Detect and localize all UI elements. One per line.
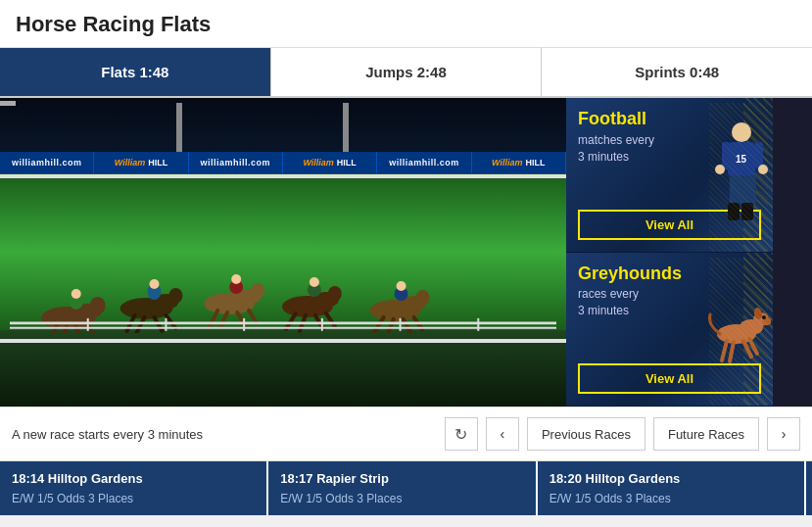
svg-point-58 — [715, 165, 725, 174]
svg-line-24 — [249, 311, 257, 323]
greyhound-svg — [702, 280, 771, 378]
svg-rect-56 — [722, 142, 730, 169]
svg-rect-61 — [743, 175, 756, 205]
football-ad: Football matches every 3 minutes 15 — [566, 98, 773, 253]
wh-seg-5: williamhill.com — [377, 152, 471, 173]
svg-line-22 — [219, 312, 227, 328]
prev-nav-button[interactable]: ‹ — [486, 417, 519, 451]
race-card-0-title: 18:14 Hilltop Gardens — [12, 471, 255, 486]
dark-lower — [0, 343, 566, 407]
football-player-image: 15 — [699, 98, 773, 252]
tab-flats[interactable]: Flats 1:48 — [0, 48, 271, 96]
race-card-0[interactable]: 18:14 Hilltop Gardens E/W 1/5 Odds 3 Pla… — [0, 461, 268, 515]
svg-point-53 — [732, 122, 751, 142]
floodlight-1 — [176, 103, 182, 152]
svg-rect-57 — [755, 142, 763, 169]
svg-point-26 — [231, 274, 241, 284]
greyhounds-ad-subtitle: races every 3 minutes — [578, 286, 761, 319]
race-area: williamhill.com WilliamHILL williamhill.… — [0, 98, 566, 407]
wh-banner-inner: williamhill.com WilliamHILL williamhill.… — [0, 152, 566, 173]
greyhound-image — [699, 253, 773, 407]
svg-rect-62 — [728, 203, 740, 220]
race-card-2-title: 18:20 Hilltop Gardens — [549, 471, 792, 486]
horses-row — [10, 245, 556, 333]
svg-point-67 — [762, 317, 771, 325]
svg-line-71 — [730, 342, 734, 361]
williamhill-banner: williamhill.com WilliamHILL williamhill.… — [0, 152, 566, 173]
svg-point-29 — [328, 286, 342, 302]
tabs-container: Flats 1:48 Jumps 2:48 Sprints 0:48 — [0, 48, 812, 98]
svg-line-70 — [722, 341, 727, 360]
tab-sprints[interactable]: Sprints 0:48 — [542, 48, 812, 96]
football-view-all-button[interactable]: View All — [578, 210, 761, 240]
svg-point-11 — [168, 288, 182, 304]
svg-line-73 — [749, 339, 757, 354]
svg-rect-54 — [728, 142, 755, 176]
football-ad-title: Football — [578, 110, 761, 129]
race-cards-container: 18:14 Hilltop Gardens E/W 1/5 Odds 3 Pla… — [0, 461, 812, 515]
greyhounds-ad: Greyhounds races every 3 minutes — [566, 253, 773, 407]
race-info-text: A new race starts every 3 minutes — [12, 427, 437, 442]
svg-point-64 — [717, 324, 756, 344]
bottom-bar: A new race starts every 3 minutes ↻ ‹ Pr… — [0, 407, 812, 461]
tab-jumps[interactable]: Jumps 2:48 — [271, 48, 543, 96]
svg-text:15: 15 — [736, 154, 747, 165]
svg-point-44 — [397, 281, 406, 291]
race-card-1[interactable]: 18:17 Rapier Strip E/W 1/5 Odds 3 Places — [268, 461, 537, 515]
future-races-button[interactable]: Future Races — [653, 417, 759, 451]
greyhounds-view-all-button[interactable]: View All — [578, 363, 761, 394]
main-content: williamhill.com WilliamHILL williamhill.… — [0, 98, 812, 407]
floodlight-head-2 — [0, 101, 16, 106]
svg-line-13 — [137, 317, 145, 333]
svg-rect-60 — [730, 175, 743, 205]
svg-point-2 — [90, 297, 106, 314]
svg-line-72 — [743, 341, 751, 357]
greyhounds-ad-highlight: Greyhounds — [578, 264, 682, 283]
svg-line-40 — [388, 319, 394, 333]
race-card-2[interactable]: 18:20 Hilltop Gardens E/W 1/5 Odds 3 Pla… — [538, 461, 806, 515]
refresh-icon: ↻ — [454, 425, 467, 444]
football-ad-subtitle: matches every 3 minutes — [578, 132, 761, 166]
wh-seg-4: WilliamHILL — [283, 152, 377, 173]
race-card-1-title: 18:17 Rapier Strip — [280, 471, 523, 486]
prev-chevron-icon: ‹ — [501, 426, 505, 442]
svg-point-35 — [310, 277, 319, 287]
svg-line-30 — [286, 313, 296, 329]
wh-seg-3: williamhill.com — [189, 152, 283, 173]
wh-seg-2: WilliamHILL — [94, 152, 188, 173]
floodlight-2 — [343, 103, 349, 152]
svg-line-41 — [404, 319, 411, 333]
svg-point-20 — [251, 283, 264, 299]
svg-point-66 — [753, 312, 769, 326]
svg-point-38 — [416, 290, 430, 306]
refresh-button[interactable]: ↻ — [445, 417, 478, 451]
svg-rect-63 — [741, 203, 753, 220]
race-card-0-odds: E/W 1/5 Odds 3 Places — [12, 492, 255, 505]
svg-point-8 — [72, 289, 81, 299]
greyhounds-ad-title: Greyhounds — [578, 264, 761, 284]
svg-line-39 — [374, 317, 384, 333]
sidebar-ads: Football matches every 3 minutes 15 — [566, 98, 773, 407]
next-nav-button[interactable]: › — [767, 417, 800, 451]
svg-point-17 — [149, 279, 159, 289]
player-svg: 15 — [704, 120, 768, 228]
svg-line-6 — [88, 325, 96, 333]
svg-point-68 — [752, 307, 763, 320]
svg-point-69 — [762, 315, 766, 319]
wh-seg-6: WilliamHILL — [472, 152, 566, 173]
football-ad-highlight: Football — [578, 109, 646, 128]
next-chevron-icon: › — [782, 426, 787, 442]
scroll-edge — [806, 461, 812, 515]
wh-seg-1: williamhill.com — [0, 152, 94, 173]
svg-point-65 — [740, 319, 763, 335]
page-title: Horse Racing Flats — [0, 0, 812, 48]
previous-races-button[interactable]: Previous Races — [527, 417, 645, 451]
horses-svg — [10, 245, 556, 333]
rail-top — [0, 174, 566, 178]
race-card-1-odds: E/W 1/5 Odds 3 Places — [280, 492, 523, 505]
race-card-2-odds: E/W 1/5 Odds 3 Places — [549, 492, 792, 505]
svg-point-59 — [758, 165, 768, 174]
page-wrapper: Horse Racing Flats Flats 1:48 Jumps 2:48… — [0, 0, 812, 515]
